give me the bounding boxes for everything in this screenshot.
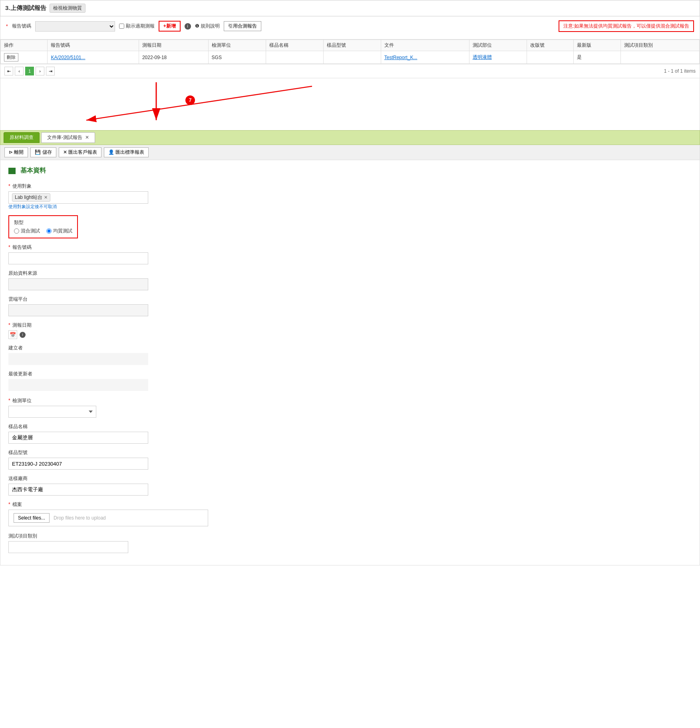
creator-input bbox=[8, 353, 148, 365]
product-name-field: 樣品名稱 bbox=[8, 423, 692, 444]
section-header: 3.上傳測試報告 檢視檢測物質 bbox=[0, 0, 700, 16]
test-item-category-label: 測試項目類別 bbox=[8, 533, 692, 540]
type-radio-group: 混合測試 均質測試 bbox=[14, 228, 72, 234]
quote-button[interactable]: 引用合測報告 bbox=[224, 21, 261, 31]
type-mixed-label[interactable]: 混合測試 bbox=[14, 228, 40, 234]
select-files-button[interactable]: Select files... bbox=[14, 513, 50, 523]
platform-input[interactable] bbox=[8, 304, 148, 316]
cell-test-part: 透明液體 bbox=[469, 51, 527, 64]
report-no-label: 報告號碼 bbox=[8, 244, 692, 251]
export-standard-button[interactable]: 👤 匯出標準報表 bbox=[104, 147, 149, 157]
pagination-row: ⇤ ‹ 1 › ⇥ 1 - 1 of 1 items bbox=[0, 64, 700, 78]
col-test-category: 測試項目類別 bbox=[620, 40, 699, 51]
col-action: 操作 bbox=[1, 40, 48, 51]
report-no-link[interactable]: KA/2020/5101... bbox=[51, 55, 85, 60]
raw-material-source-label: 原始資料來源 bbox=[8, 270, 692, 277]
col-report-no: 報告號碼 bbox=[48, 40, 139, 51]
product-name-input[interactable] bbox=[8, 432, 148, 444]
type-uniform-label[interactable]: 均質測試 bbox=[46, 228, 72, 234]
new-button[interactable]: +新增 bbox=[159, 21, 181, 32]
arrows-svg: 7 bbox=[0, 78, 440, 130]
usage-target-input[interactable]: Lab light站台 ✕ bbox=[8, 191, 148, 204]
cell-action: 刪除 bbox=[1, 51, 48, 64]
file-link[interactable]: TestReport_K... bbox=[384, 55, 418, 60]
top-form-area: * 報告號碼 顯示過期測報 +新增 i ❶ 規則說明 引用合測報告 注意:如果無… bbox=[0, 16, 700, 40]
col-product-name: 樣品名稱 bbox=[266, 40, 323, 51]
test-unit-label: 檢測單位 bbox=[8, 397, 692, 404]
report-no-input[interactable] bbox=[8, 252, 148, 264]
next-page-btn[interactable]: › bbox=[36, 67, 44, 75]
save-button[interactable]: 💾 儲存 bbox=[30, 147, 56, 157]
supplier-label: 送樣廠商 bbox=[8, 475, 692, 482]
tab-raw-material[interactable]: 原材料調查 bbox=[4, 132, 40, 143]
table-row: 刪除 KA/2020/5101... 2022-09-18 SGS TestRe… bbox=[1, 51, 700, 64]
last-page-btn[interactable]: ⇥ bbox=[46, 67, 55, 75]
test-part-link[interactable]: 透明液體 bbox=[473, 54, 492, 60]
usage-target-label: 使用對象 bbox=[8, 183, 692, 190]
supplier-field: 送樣廠商 bbox=[8, 475, 692, 496]
first-page-btn[interactable]: ⇤ bbox=[4, 67, 13, 75]
cell-date: 2022-09-18 bbox=[139, 51, 208, 64]
show-expired-label[interactable]: 顯示過期測報 bbox=[119, 23, 155, 30]
drop-hint: Drop files here to upload bbox=[54, 515, 106, 521]
col-file: 文件 bbox=[381, 40, 469, 51]
date-info-icon[interactable]: i bbox=[20, 332, 26, 338]
svg-line-2 bbox=[86, 86, 312, 120]
cell-test-category bbox=[620, 51, 699, 64]
col-test-unit: 檢測單位 bbox=[208, 40, 266, 51]
platform-label: 雲端平台 bbox=[8, 296, 692, 303]
calendar-icon[interactable]: 📅 bbox=[8, 330, 17, 339]
col-test-part: 測試部位 bbox=[469, 40, 527, 51]
info-icon[interactable]: i bbox=[185, 23, 191, 30]
report-no-field: 報告號碼 bbox=[8, 244, 692, 264]
updater-label: 最後更新者 bbox=[8, 371, 692, 377]
col-date: 測報日期 bbox=[139, 40, 208, 51]
model-no-label: 樣品型號 bbox=[8, 449, 692, 456]
leave-button[interactable]: ⊳ 離開 bbox=[4, 147, 28, 157]
type-mixed-radio[interactable] bbox=[14, 228, 19, 234]
creator-field: 建立者 bbox=[8, 345, 692, 365]
cell-test-unit: SGS bbox=[208, 51, 266, 64]
prev-page-btn[interactable]: ‹ bbox=[15, 67, 24, 75]
sub-tabs-row: 原材料調查 文件庫-測試報告 ✕ bbox=[0, 130, 700, 145]
toolbar-row: ⊳ 離開 💾 儲存 ✕ 匯出客戶報表 👤 匯出標準報表 bbox=[0, 145, 700, 160]
test-unit-field: 檢測單位 bbox=[8, 397, 692, 418]
col-latest: 最新版 bbox=[574, 40, 620, 51]
cell-product-name bbox=[266, 51, 323, 64]
supplier-input[interactable] bbox=[8, 484, 148, 496]
usage-hint: 使用對象設定後不可取消 bbox=[8, 204, 692, 210]
updater-field: 最後更新者 bbox=[8, 371, 692, 391]
page-1-btn[interactable]: 1 bbox=[25, 67, 34, 75]
type-box: 類型 混合測試 均質測試 bbox=[8, 215, 78, 238]
cell-file: TestReport_K... bbox=[381, 51, 469, 64]
test-date-field: 測報日期 📅 i bbox=[8, 322, 692, 339]
annotation-container: 7 bbox=[0, 78, 700, 130]
file-upload-area: Select files... Drop files here to uploa… bbox=[8, 510, 208, 526]
cell-latest: 是 bbox=[574, 51, 620, 64]
report-code-select[interactable] bbox=[35, 21, 115, 32]
form-section: 基本資料 使用對象 Lab light站台 ✕ 使用對象設定後不可取消 類型 bbox=[0, 160, 700, 565]
test-item-category-input[interactable] bbox=[8, 541, 128, 553]
cell-report-no: KA/2020/5101... bbox=[48, 51, 139, 64]
tab-close-icon[interactable]: ✕ bbox=[85, 135, 89, 140]
col-model-no: 樣品型號 bbox=[323, 40, 381, 51]
list-icon bbox=[8, 168, 16, 174]
show-expired-checkbox[interactable] bbox=[119, 24, 124, 29]
table-header-row: 操作 報告號碼 測報日期 檢測單位 樣品名稱 樣品型號 文件 測試部位 改版號 … bbox=[1, 40, 700, 51]
type-uniform-radio[interactable] bbox=[46, 228, 52, 234]
section-title: 3.上傳測試報告 bbox=[5, 4, 46, 12]
cell-model-no bbox=[323, 51, 381, 64]
test-unit-select[interactable] bbox=[8, 406, 96, 418]
delete-button[interactable]: 刪除 bbox=[4, 53, 18, 61]
page-info: 1 - 1 of 1 items bbox=[664, 68, 696, 74]
model-no-input[interactable] bbox=[8, 458, 148, 470]
tag-remove-icon[interactable]: ✕ bbox=[44, 195, 48, 200]
file-field: 檔案 Select files... Drop files here to up… bbox=[8, 501, 692, 526]
tab-test-report[interactable]: 文件庫-測試報告 ✕ bbox=[41, 132, 95, 143]
product-name-label: 樣品名稱 bbox=[8, 423, 692, 430]
notice-box: 注意:如果無法提供均質測試報告，可以僅提供混合測試報告 bbox=[559, 20, 694, 32]
export-client-button[interactable]: ✕ 匯出客戶報表 bbox=[59, 147, 101, 157]
raw-material-source-input[interactable] bbox=[8, 278, 148, 290]
section-badge: 檢視檢測物質 bbox=[50, 4, 86, 13]
basic-info-title: 基本資料 bbox=[8, 167, 692, 175]
